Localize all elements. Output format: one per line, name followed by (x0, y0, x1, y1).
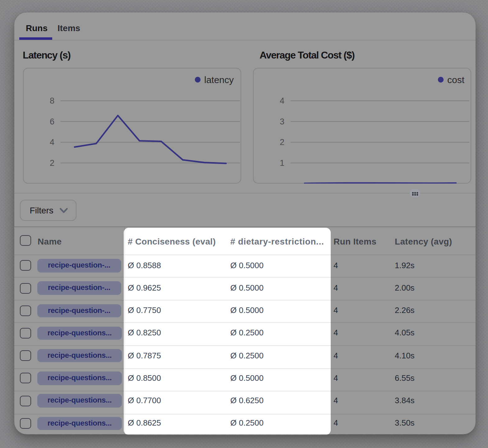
svg-text:2: 2 (279, 137, 284, 147)
svg-text:latency: latency (204, 74, 233, 85)
svg-text:6: 6 (49, 117, 54, 126)
svg-text:4: 4 (49, 137, 54, 147)
svg-text:8: 8 (49, 96, 54, 105)
svg-text:cost: cost (447, 74, 464, 85)
svg-text:1: 1 (279, 158, 284, 167)
svg-text:2: 2 (49, 158, 54, 167)
svg-text:4: 4 (279, 96, 284, 105)
svg-text:3: 3 (279, 117, 284, 126)
